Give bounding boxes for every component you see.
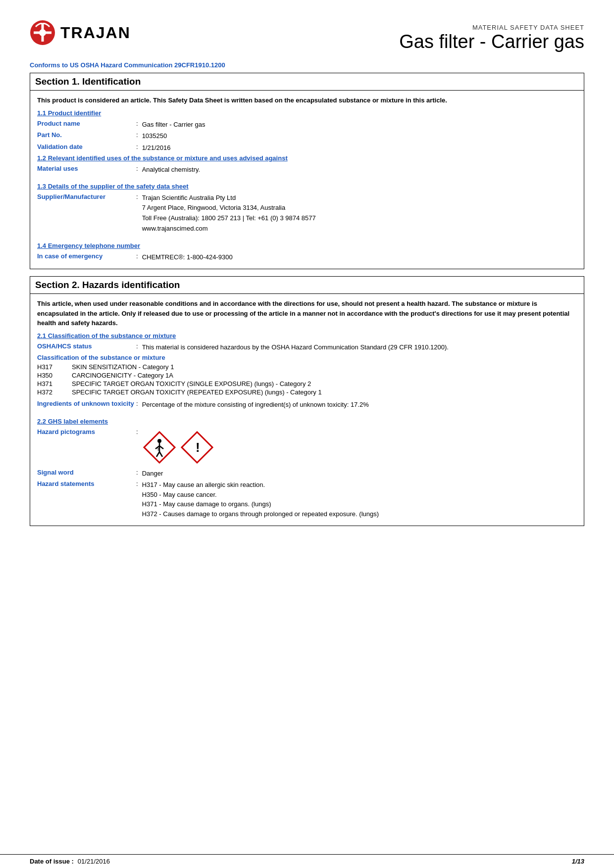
h-code-row: H372SPECIFIC TARGET ORGAN TOXICITY (REPE… — [37, 388, 577, 396]
exclamation-pictogram: ! — [180, 430, 214, 465]
h-desc: SPECIFIC TARGET ORGAN TOXICITY (SINGLE E… — [72, 380, 577, 387]
h-desc: CARCINOGENICITY - Category 1A — [72, 372, 577, 379]
supplier-line1: Trajan Scientific Australia Pty Ltd — [142, 193, 316, 203]
logo-text: TRAJAN — [60, 24, 131, 42]
product-name-value: Gas filter - Carrier gas — [142, 120, 205, 130]
hazard-statements-row: Hazard statements : H317 - May cause an … — [37, 480, 577, 519]
supplier-value: Trajan Scientific Australia Pty Ltd 7 Ar… — [142, 193, 316, 234]
section1-header: Section 1. Identification — [30, 73, 584, 91]
msds-label: MATERIAL SAFETY DATA SHEET — [399, 24, 584, 31]
footer-date-label: Date of issue : — [30, 858, 74, 865]
h-code-row: H350CARCINOGENICITY - Category 1A — [37, 372, 577, 379]
svg-text:!: ! — [196, 440, 200, 455]
h-code: H317 — [37, 363, 62, 371]
section1-intro: This product is considered an article. T… — [37, 96, 577, 105]
hazard-pictograms-label: Hazard pictograms — [37, 428, 136, 435]
validation-date-row: Validation date : 1/21/2016 — [37, 143, 577, 153]
page-header: TRAJAN MATERIAL SAFETY DATA SHEET Gas fi… — [30, 20, 584, 56]
logo-area: TRAJAN — [30, 20, 131, 46]
unknown-toxicity-value: Percentage of the mixture consisting of … — [142, 400, 369, 410]
material-uses-label: Material uses — [37, 165, 136, 172]
svg-point-4 — [157, 439, 161, 443]
section1-content: This product is considered an article. T… — [30, 91, 584, 269]
footer-bar: Date of issue : 01/21/2016 1/13 — [0, 854, 614, 868]
validation-date-label: Validation date — [37, 143, 136, 150]
h-code-row: H371SPECIFIC TARGET ORGAN TOXICITY (SING… — [37, 380, 577, 387]
hazard-statements-list: H317 - May cause an allergic skin reacti… — [142, 480, 379, 519]
product-name-row: Product name : Gas filter - Carrier gas — [37, 120, 577, 130]
h-code-row: H317SKIN SENSITIZATION - Category 1 — [37, 363, 577, 371]
h-code: H372 — [37, 388, 62, 396]
section2-content: This article, when used under reasonable… — [30, 294, 584, 526]
signal-word-value: Danger — [142, 469, 163, 479]
in-case-row: In case of emergency : CHEMTREC®: 1-800-… — [37, 252, 577, 262]
section2-box: Section 2. Hazards identification This a… — [30, 276, 584, 526]
h-desc: SPECIFIC TARGET ORGAN TOXICITY (REPEATED… — [72, 388, 577, 396]
part-no-value: 1035250 — [142, 131, 167, 141]
classification-subheader: Classification of the substance or mixtu… — [37, 354, 577, 361]
pictograms-area: ! ! — [142, 430, 214, 465]
supplier-line4: www.trajanscimed.com — [142, 224, 316, 234]
hazard-statement-item: H350 - May cause cancer. — [142, 490, 379, 500]
osha-label: OSHA/HCS status — [37, 342, 136, 350]
section2-header: Section 2. Hazards identification — [30, 277, 584, 294]
doc-title: Gas filter - Carrier gas — [399, 31, 584, 52]
signal-word-row: Signal word : Danger — [37, 469, 577, 479]
osha-value: This material is considered hazardous by… — [142, 342, 449, 352]
signal-word-label: Signal word — [37, 469, 136, 476]
emergency-tel-link[interactable]: 1.4 Emergency telephone number — [37, 242, 577, 249]
unknown-toxicity-row: Ingredients of unknown toxicity : Percen… — [37, 400, 577, 410]
hazard-statement-item: H317 - May cause an allergic skin reacti… — [142, 480, 379, 490]
trajan-logo-icon — [30, 20, 55, 46]
section1-box: Section 1. Identification This product i… — [30, 73, 584, 269]
supplier-link[interactable]: 1.3 Details of the supplier of the safet… — [37, 183, 577, 190]
in-case-value: CHEMTREC®: 1-800-424-9300 — [142, 252, 233, 262]
osha-row: OSHA/HCS status : This material is consi… — [37, 342, 577, 352]
supplier-row: Supplier/Manufacturer : Trajan Scientifi… — [37, 193, 577, 234]
footer-page: 1/13 — [572, 858, 584, 865]
hazard-pictograms-row: Hazard pictograms : — [37, 428, 577, 467]
part-no-row: Part No. : 1035250 — [37, 131, 577, 141]
supplier-label: Supplier/Manufacturer — [37, 193, 136, 200]
material-uses-value: Analytical chemistry. — [142, 165, 201, 175]
h-codes-list: H317SKIN SENSITIZATION - Category 1H350C… — [37, 363, 577, 396]
conforms-text: Conforms to US OSHA Hazard Communication… — [30, 61, 584, 69]
section2-intro: This article, when used under reasonable… — [37, 299, 577, 328]
in-case-label: In case of emergency — [37, 252, 136, 260]
validation-date-value: 1/21/2016 — [142, 143, 171, 153]
hazard-statement-item: H371 - May cause damage to organs. (lung… — [142, 499, 379, 509]
supplier-line2: 7 Argent Place, Ringwood, Victoria 3134,… — [142, 203, 316, 213]
part-no-label: Part No. — [37, 131, 136, 139]
h-code: H350 — [37, 372, 62, 379]
hazard-statement-item: H372 - Causes damage to organs through p… — [142, 509, 379, 519]
supplier-line3: Toll Free (Australia): 1800 257 213 | Te… — [142, 213, 316, 224]
ghs-link[interactable]: 2.2 GHS label elements — [37, 418, 577, 425]
product-name-label: Product name — [37, 120, 136, 127]
health-hazard-pictogram: ! — [142, 430, 177, 465]
footer-left: Date of issue : 01/21/2016 — [30, 858, 110, 865]
h-code: H371 — [37, 380, 62, 387]
material-uses-row: Material uses : Analytical chemistry. — [37, 165, 577, 175]
footer-date-value: 01/21/2016 — [78, 858, 110, 865]
h-desc: SKIN SENSITIZATION - Category 1 — [72, 363, 577, 371]
header-right: MATERIAL SAFETY DATA SHEET Gas filter - … — [399, 20, 584, 56]
svg-text:!: ! — [157, 447, 159, 452]
hazard-statements-label: Hazard statements — [37, 480, 136, 487]
product-identifier-link[interactable]: 1.1 Product identifier — [37, 109, 577, 117]
classification-link[interactable]: 2.1 Classification of the substance or m… — [37, 332, 577, 339]
page: TRAJAN MATERIAL SAFETY DATA SHEET Gas fi… — [0, 0, 614, 868]
unknown-toxicity-label: Ingredients of unknown toxicity — [37, 400, 136, 407]
svg-point-1 — [39, 29, 46, 36]
relevant-uses-link[interactable]: 1.2 Relevant identified uses of the subs… — [37, 154, 577, 162]
